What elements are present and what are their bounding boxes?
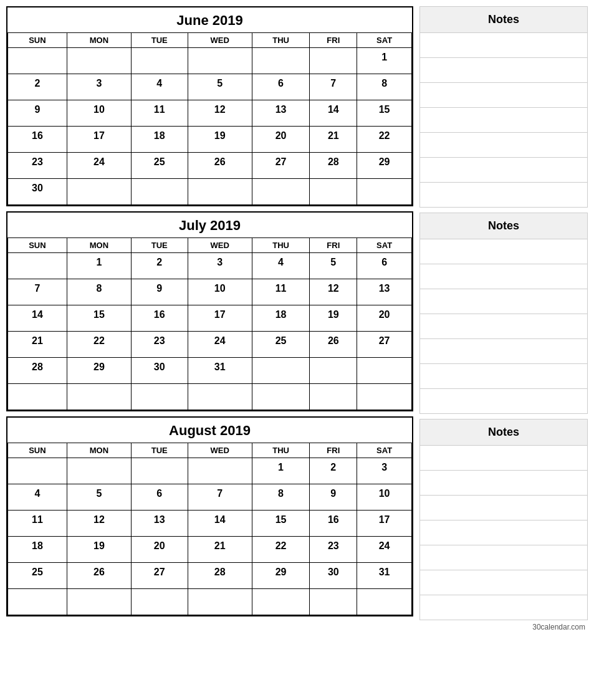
calendar-day-cell: [8, 253, 67, 279]
calendar-day-cell: [357, 589, 412, 615]
calendar-day-cell: 10: [188, 279, 252, 305]
calendar-title-2: August 2019: [7, 418, 412, 443]
calendar-day-header: WED: [188, 443, 252, 458]
calendar-day-cell: 6: [357, 253, 412, 279]
calendar-day-header: FRI: [310, 33, 357, 48]
notes-line[interactable]: [419, 33, 588, 58]
calendar-day-header: TUE: [132, 238, 188, 253]
notes-line[interactable]: [419, 389, 588, 414]
calendar-day-header: SAT: [357, 443, 412, 458]
calendar-day-cell: 19: [310, 305, 357, 332]
notes-line[interactable]: [419, 158, 588, 183]
calendar-day-cell: 9: [310, 484, 357, 511]
notes-line[interactable]: [419, 239, 588, 264]
calendar-day-cell: [310, 48, 357, 74]
calendar-day-header: THU: [252, 33, 310, 48]
calendar-day-cell: 15: [357, 100, 412, 127]
notes-line[interactable]: [419, 133, 588, 158]
notes-line[interactable]: [419, 58, 588, 83]
calendar-day-cell: 19: [67, 537, 131, 563]
calendar-day-cell: 16: [132, 305, 188, 332]
calendar-day-cell: 7: [188, 484, 252, 511]
calendar-day-cell: [357, 179, 412, 205]
calendar-day-header: MON: [67, 443, 131, 458]
calendar-day-cell: [310, 358, 357, 384]
notes-line[interactable]: [419, 364, 588, 389]
calendar-day-cell: 21: [188, 537, 252, 563]
calendar-title-0: June 2019: [7, 7, 412, 32]
calendar-day-header: MON: [67, 238, 131, 253]
notes-line[interactable]: [419, 595, 588, 620]
notes-line[interactable]: [419, 339, 588, 364]
calendar-day-cell: 3: [67, 74, 131, 100]
calendar-day-cell: 13: [252, 100, 310, 127]
notes-line[interactable]: [419, 446, 588, 471]
calendar-day-cell: 4: [132, 74, 188, 100]
notes-line[interactable]: [419, 83, 588, 108]
notes-line[interactable]: [419, 183, 588, 208]
calendar-day-cell: 10: [357, 484, 412, 511]
calendar-day-cell: 25: [132, 153, 188, 179]
calendar-day-cell: 30: [8, 179, 67, 205]
calendar-day-header: TUE: [132, 33, 188, 48]
calendar-day-cell: 7: [8, 279, 67, 305]
calendar-day-cell: 16: [8, 127, 67, 153]
calendar-day-cell: [8, 48, 67, 74]
notes-line[interactable]: [419, 108, 588, 133]
calendar-day-cell: 15: [67, 305, 131, 332]
notes-section-0: Notes: [419, 6, 588, 208]
calendar-day-cell: 12: [310, 279, 357, 305]
calendar-day-cell: 17: [357, 511, 412, 537]
calendar-1: July 2019SUNMONTUEWEDTHUFRISAT1234567891…: [6, 211, 413, 411]
calendar-day-cell: 28: [8, 358, 67, 384]
calendar-day-cell: [357, 384, 412, 410]
notes-line[interactable]: [419, 496, 588, 520]
calendar-day-cell: 20: [357, 305, 412, 332]
calendar-day-cell: 10: [67, 100, 131, 127]
calendar-day-cell: 29: [67, 358, 131, 384]
calendar-day-cell: 2: [8, 74, 67, 100]
calendar-day-cell: [252, 589, 310, 615]
calendar-day-cell: 24: [188, 332, 252, 358]
calendar-day-cell: [188, 589, 252, 615]
calendar-day-cell: 14: [8, 305, 67, 332]
calendar-day-cell: [252, 384, 310, 410]
calendar-day-cell: 8: [67, 279, 131, 305]
calendar-day-cell: 12: [67, 511, 131, 537]
calendar-day-header: WED: [188, 33, 252, 48]
calendar-day-cell: [132, 458, 188, 484]
calendar-day-cell: 24: [357, 537, 412, 563]
calendar-day-header: MON: [67, 33, 131, 48]
calendar-day-header: SUN: [8, 443, 67, 458]
calendar-table-1: SUNMONTUEWEDTHUFRISAT1234567891011121314…: [7, 237, 412, 410]
calendar-day-cell: 31: [357, 563, 412, 589]
notes-line[interactable]: [419, 289, 588, 314]
calendar-day-header: TUE: [132, 443, 188, 458]
calendar-day-cell: 12: [188, 100, 252, 127]
notes-line[interactable]: [419, 545, 588, 570]
calendar-day-cell: 6: [132, 484, 188, 511]
calendar-day-cell: [8, 384, 67, 410]
calendar-day-cell: [252, 179, 310, 205]
calendar-0: June 2019SUNMONTUEWEDTHUFRISAT1234567891…: [6, 6, 413, 206]
calendar-day-cell: [188, 384, 252, 410]
notes-line[interactable]: [419, 314, 588, 339]
calendar-day-cell: 26: [67, 563, 131, 589]
calendar-day-cell: 1: [357, 48, 412, 74]
calendar-day-cell: 5: [310, 253, 357, 279]
notes-line[interactable]: [419, 471, 588, 496]
calendar-day-cell: 2: [310, 458, 357, 484]
notes-line[interactable]: [419, 570, 588, 595]
notes-line[interactable]: [419, 264, 588, 289]
notes-section-2: Notes: [419, 419, 588, 620]
calendar-day-cell: 27: [357, 332, 412, 358]
calendar-day-cell: 31: [188, 358, 252, 384]
calendar-day-cell: 25: [8, 563, 67, 589]
calendar-day-cell: 11: [252, 279, 310, 305]
calendar-day-cell: 18: [8, 537, 67, 563]
calendar-day-cell: [132, 589, 188, 615]
calendar-day-cell: [67, 179, 131, 205]
notes-line[interactable]: [419, 520, 588, 545]
calendar-title-1: July 2019: [7, 213, 412, 237]
calendar-day-cell: 2: [132, 253, 188, 279]
